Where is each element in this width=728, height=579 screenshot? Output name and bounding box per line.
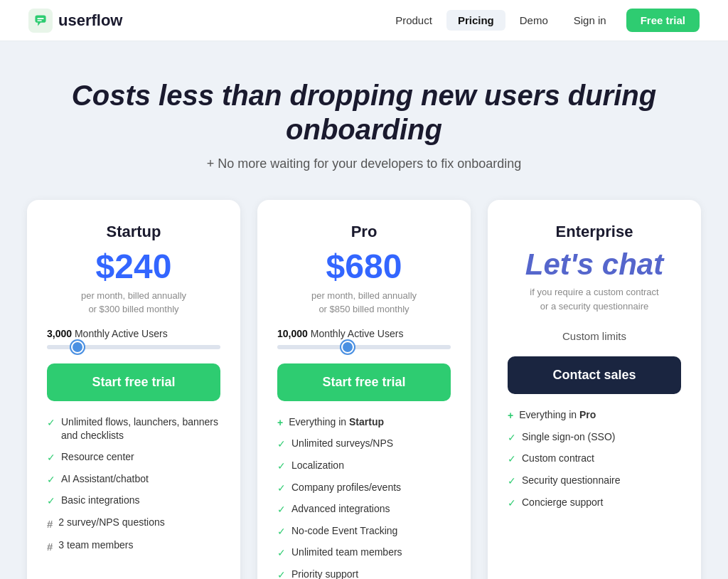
hero-headline: Costs less than dropping new users durin…	[58, 78, 670, 147]
enterprise-price: Let's chat	[508, 248, 681, 281]
check-icon: ✓	[47, 473, 55, 487]
list-item: ✓ Unlimited team members	[277, 546, 451, 561]
pro-mau: 10,000 Monthly Active Users	[277, 328, 451, 339]
pro-card: Pro $680 per month, billed annually or $…	[257, 200, 471, 579]
check-icon: ✓	[508, 431, 516, 445]
pro-features: + Everything in Startup ✓ Unlimited surv…	[277, 415, 451, 579]
nav-free-trial-button[interactable]: Free trial	[626, 9, 700, 32]
list-item: ✓ Unlimited surveys/NPS	[277, 437, 451, 452]
startup-features: ✓ Unlimited flows, launchers, banners an…	[47, 415, 220, 554]
check-icon: ✓	[508, 452, 516, 467]
navbar: userflow Product Pricing Demo Sign in Fr…	[0, 0, 728, 41]
list-item: ✓ No-code Event Tracking	[277, 524, 451, 539]
check-icon: ✓	[47, 451, 55, 465]
list-item: ✓ Custom contract	[508, 452, 681, 467]
enterprise-features: + Everything in Pro ✓ Single sign-on (SS…	[508, 408, 681, 510]
list-item: ✓ Resource center	[47, 450, 220, 465]
hero-section: Costs less than dropping new users durin…	[0, 41, 728, 200]
list-item: ✓ Basic integrations	[47, 494, 220, 509]
check-icon: ✓	[277, 460, 286, 474]
list-item: ✓ Concierge support	[508, 496, 681, 511]
list-item: ✓ Single sign-on (SSO)	[508, 430, 681, 445]
list-item: ✓ Localization	[277, 459, 451, 474]
pro-price-sub: per month, billed annually or $850 bille…	[277, 289, 451, 317]
check-icon: ✓	[277, 546, 286, 561]
list-item: ✓ Unlimited flows, launchers, banners an…	[47, 415, 220, 443]
list-item: ✓ AI Assistant/chatbot	[47, 472, 220, 487]
check-icon: ✓	[277, 482, 286, 496]
list-item: ✓ Security questionnaire	[508, 474, 681, 489]
pro-cta-button[interactable]: Start free trial	[277, 363, 451, 401]
list-item: # 2 survey/NPS questions	[47, 516, 220, 531]
check-icon: ✓	[508, 474, 516, 489]
plus-icon: +	[508, 409, 513, 423]
enterprise-title: Enterprise	[508, 223, 681, 241]
enterprise-cta-button[interactable]: Contact sales	[508, 356, 681, 394]
check-icon: ✓	[47, 494, 55, 509]
list-item: ✓ Company profiles/events	[277, 481, 451, 496]
plus-icon: +	[277, 416, 283, 430]
check-icon: ✓	[277, 437, 286, 452]
startup-card: Startup $240 per month, billed annually …	[27, 200, 240, 579]
startup-title: Startup	[47, 223, 220, 241]
enterprise-custom-limits: Custom limits	[508, 330, 681, 342]
list-item: ✓ Advanced integrations	[277, 502, 451, 517]
check-icon: ✓	[47, 416, 55, 430]
hash-icon: #	[47, 516, 53, 531]
nav-pricing[interactable]: Pricing	[446, 10, 505, 31]
nav-demo[interactable]: Demo	[508, 10, 560, 31]
nav-signin[interactable]: Sign in	[562, 10, 618, 31]
startup-mau-slider[interactable]	[47, 345, 220, 349]
check-icon: ✓	[277, 503, 286, 517]
pricing-cards: Startup $240 per month, billed annually …	[0, 200, 728, 579]
hash-icon: #	[47, 539, 53, 554]
check-icon: ✓	[277, 568, 286, 579]
list-item: + Everything in Pro	[508, 408, 681, 423]
check-icon: ✓	[508, 496, 516, 511]
list-item: ✓ Priority support	[277, 568, 451, 579]
startup-mau: 3,000 Monthly Active Users	[47, 328, 220, 339]
nav-product[interactable]: Product	[384, 10, 444, 31]
list-item: + Everything in Startup	[277, 415, 451, 430]
startup-price-sub: per month, billed annually or $300 bille…	[47, 289, 220, 317]
enterprise-card: Enterprise Let's chat if you require a c…	[488, 200, 701, 579]
pro-price: $680	[277, 248, 451, 286]
logo[interactable]: userflow	[28, 9, 122, 33]
nav-links: Product Pricing Demo Sign in Free trial	[384, 9, 700, 32]
logo-text: userflow	[58, 11, 122, 30]
list-item: # 3 team members	[47, 538, 220, 554]
pro-title: Pro	[277, 223, 451, 241]
hero-subheadline: + No more waiting for your developers to…	[14, 156, 714, 171]
startup-cta-button[interactable]: Start free trial	[47, 363, 220, 401]
enterprise-price-sub: if you require a custom contract or a se…	[508, 285, 681, 313]
pro-mau-slider[interactable]	[277, 345, 451, 349]
logo-icon	[28, 9, 53, 33]
startup-price: $240	[47, 248, 220, 286]
check-icon: ✓	[277, 525, 286, 539]
